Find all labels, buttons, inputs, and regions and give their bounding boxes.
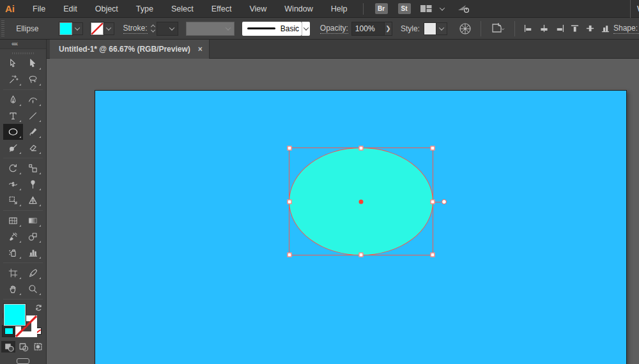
- line-segment-tool[interactable]: [23, 108, 43, 124]
- stroke-weight-label[interactable]: Stroke:: [123, 24, 148, 34]
- panel-grip[interactable]: [1, 20, 4, 37]
- opacity-input[interactable]: [351, 22, 385, 36]
- curvature-tool[interactable]: [23, 92, 43, 108]
- selection-handle[interactable]: [359, 253, 364, 257]
- width-tool[interactable]: [3, 176, 23, 192]
- stroke-none-swatch[interactable]: [91, 22, 104, 35]
- align-top-icon[interactable]: [569, 23, 580, 34]
- divider: [3, 210, 43, 211]
- align-left-icon[interactable]: [523, 23, 534, 34]
- illustrator-window: Ai FileEditObjectTypeSelectEffectViewWin…: [0, 0, 639, 364]
- free-transform-tool[interactable]: [3, 192, 23, 208]
- style-swatch[interactable]: [424, 22, 436, 35]
- fill-indicator[interactable]: [4, 304, 26, 326]
- screen-mode-button[interactable]: [17, 358, 29, 364]
- ellipse-tool[interactable]: [3, 124, 23, 140]
- draw-behind-button[interactable]: [16, 341, 30, 353]
- style-dropdown-chevron-icon[interactable]: [436, 22, 447, 35]
- align-center-v-icon[interactable]: [585, 23, 596, 34]
- puppet-warp-tool[interactable]: [23, 176, 43, 192]
- divider: [3, 262, 43, 263]
- gradient-tool[interactable]: [23, 213, 43, 229]
- stroke-weight-dropdown[interactable]: [157, 22, 178, 36]
- perspective-grid-tool[interactable]: [23, 192, 43, 208]
- fill-dropdown-chevron-icon[interactable]: [72, 22, 83, 35]
- selection-handle[interactable]: [431, 199, 435, 204]
- shape-center-point[interactable]: [359, 199, 364, 204]
- menu-type[interactable]: Type: [127, 0, 162, 18]
- divider: [3, 158, 43, 158]
- selection-handle[interactable]: [288, 253, 292, 257]
- scale-tool[interactable]: [23, 160, 43, 176]
- workspace-layout-icon[interactable]: [420, 4, 433, 13]
- stroke-weight-stepper[interactable]: [151, 24, 155, 33]
- bridge-button[interactable]: Br: [375, 3, 388, 14]
- shape-options-label[interactable]: Shape:: [613, 24, 639, 34]
- collapse-panel-icon[interactable]: ««: [0, 40, 46, 49]
- brush-dropdown-chevron-icon[interactable]: [302, 22, 310, 36]
- draw-normal-button[interactable]: [1, 341, 15, 353]
- menu-help[interactable]: Help: [322, 0, 357, 18]
- color-mode-button[interactable]: [3, 326, 15, 337]
- selection-handle[interactable]: [288, 146, 292, 151]
- drawing-mode-buttons: [1, 341, 45, 353]
- mesh-tool[interactable]: [3, 213, 23, 229]
- selection-handle[interactable]: [431, 146, 435, 151]
- blend-tool[interactable]: [23, 229, 43, 245]
- column-graph-tool[interactable]: [23, 245, 43, 261]
- shaper-tool[interactable]: [3, 140, 23, 156]
- paintbrush-tool[interactable]: [23, 124, 43, 140]
- fill-swatch[interactable]: [59, 22, 72, 35]
- opacity-label[interactable]: Opacity:: [320, 24, 348, 34]
- gpu-performance-icon[interactable]: [457, 3, 471, 14]
- zoom-tool[interactable]: [23, 281, 43, 297]
- eraser-tool[interactable]: [23, 140, 43, 156]
- stroke-color-control[interactable]: [91, 22, 114, 35]
- align-center-h-icon[interactable]: [539, 23, 550, 34]
- document-setup-icon[interactable]: [490, 22, 505, 35]
- align-bottom-icon[interactable]: [600, 23, 611, 34]
- menu-file[interactable]: File: [24, 0, 54, 18]
- menu-effect[interactable]: Effect: [203, 0, 241, 18]
- canvas-pasteboard[interactable]: [47, 59, 639, 364]
- selection-bounding-box[interactable]: [289, 148, 433, 255]
- lasso-tool[interactable]: [23, 72, 43, 87]
- symbol-sprayer-tool[interactable]: [3, 245, 23, 261]
- magic-wand-tool[interactable]: [3, 72, 23, 87]
- artboard-tool[interactable]: [3, 265, 23, 281]
- brush-definition-dropdown[interactable]: Basic: [242, 22, 302, 36]
- brush-definition-label: Basic: [281, 24, 299, 33]
- panel-grip[interactable]: [12, 52, 34, 54]
- selection-handle[interactable]: [431, 253, 435, 257]
- recolor-artwork-icon[interactable]: [459, 22, 472, 35]
- swap-fill-stroke-icon[interactable]: [35, 304, 42, 313]
- slice-tool[interactable]: [23, 265, 43, 281]
- graphic-style-control[interactable]: [424, 22, 447, 35]
- chevron-down-icon[interactable]: [440, 7, 444, 11]
- menu-window[interactable]: Window: [275, 0, 321, 18]
- opacity-slider-chevron-icon[interactable]: ❯: [385, 22, 392, 36]
- hand-tool[interactable]: [3, 281, 23, 297]
- fill-color-control[interactable]: [59, 22, 83, 35]
- draw-inside-button[interactable]: [31, 341, 45, 353]
- document-tab[interactable]: Untitled-1* @ 66.67% (RGB/Preview) ×: [50, 40, 210, 59]
- type-tool[interactable]: [3, 108, 23, 124]
- selection-handle[interactable]: [359, 146, 364, 151]
- menu-object[interactable]: Object: [86, 0, 127, 18]
- selection-tool[interactable]: [3, 56, 23, 72]
- stroke-dropdown-chevron-icon[interactable]: [104, 22, 114, 35]
- selection-handle[interactable]: [288, 199, 292, 204]
- eyedropper-tool[interactable]: [3, 229, 23, 245]
- align-right-icon[interactable]: [554, 23, 565, 34]
- align-buttons: [523, 23, 611, 34]
- document-title: Untitled-1* @ 66.67% (RGB/Preview): [59, 45, 190, 54]
- pen-tool[interactable]: [3, 92, 23, 108]
- menu-view[interactable]: View: [240, 0, 275, 18]
- stock-button[interactable]: St: [398, 3, 411, 14]
- pie-angle-widget[interactable]: [442, 199, 447, 204]
- rotate-tool[interactable]: [3, 160, 23, 176]
- menu-edit[interactable]: Edit: [54, 0, 86, 18]
- menu-select[interactable]: Select: [162, 0, 203, 18]
- direct-selection-tool[interactable]: [23, 56, 43, 72]
- close-tab-icon[interactable]: ×: [198, 45, 203, 54]
